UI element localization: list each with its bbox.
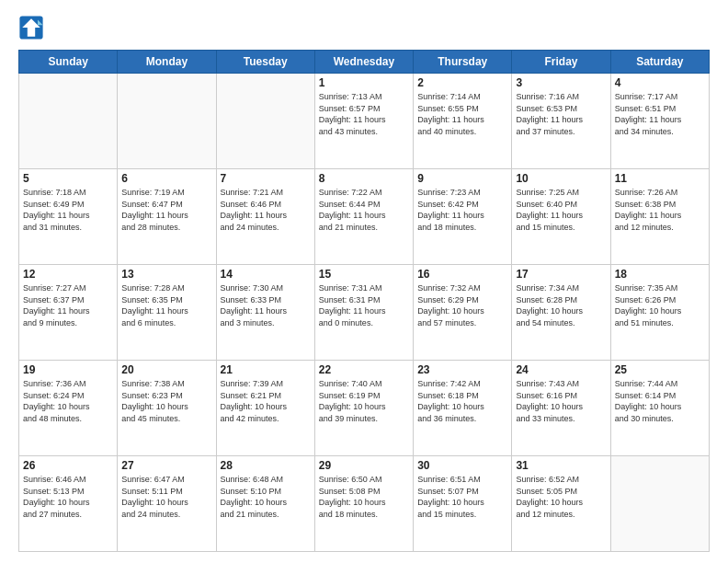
day-number: 30 (417, 459, 507, 472)
day-info: Sunrise: 6:48 AM Sunset: 5:10 PM Dayligh… (221, 474, 311, 520)
day-info: Sunrise: 6:50 AM Sunset: 5:08 PM Dayligh… (319, 474, 409, 520)
empty-cell (610, 456, 709, 552)
day-info: Sunrise: 7:43 AM Sunset: 6:16 PM Dayligh… (516, 378, 606, 424)
day-info: Sunrise: 6:51 AM Sunset: 5:07 PM Dayligh… (417, 474, 507, 520)
weekday-header-row: SundayMondayTuesdayWednesdayThursdayFrid… (19, 51, 710, 74)
day-info: Sunrise: 7:14 AM Sunset: 6:55 PM Dayligh… (417, 91, 507, 137)
day-number: 12 (23, 268, 113, 281)
weekday-header-wednesday: Wednesday (314, 51, 413, 74)
logo-icon (18, 15, 44, 40)
day-number: 11 (615, 172, 705, 185)
day-cell-15: 15Sunrise: 7:31 AM Sunset: 6:31 PM Dayli… (314, 265, 413, 361)
day-number: 1 (319, 76, 409, 89)
day-number: 25 (615, 363, 705, 376)
day-cell-19: 19Sunrise: 7:36 AM Sunset: 6:24 PM Dayli… (19, 361, 118, 456)
day-cell-30: 30Sunrise: 6:51 AM Sunset: 5:07 PM Dayli… (414, 456, 512, 552)
day-number: 20 (121, 363, 211, 376)
empty-cell (118, 74, 216, 169)
day-info: Sunrise: 7:16 AM Sunset: 6:53 PM Dayligh… (516, 91, 606, 137)
day-cell-18: 18Sunrise: 7:35 AM Sunset: 6:26 PM Dayli… (610, 265, 709, 361)
weekday-header-sunday: Sunday (19, 51, 118, 74)
day-cell-27: 27Sunrise: 6:47 AM Sunset: 5:11 PM Dayli… (118, 456, 216, 552)
day-number: 4 (615, 76, 705, 89)
day-number: 19 (23, 363, 113, 376)
day-number: 27 (121, 459, 211, 472)
day-cell-14: 14Sunrise: 7:30 AM Sunset: 6:33 PM Dayli… (216, 265, 314, 361)
day-cell-7: 7Sunrise: 7:21 AM Sunset: 6:46 PM Daylig… (216, 169, 314, 265)
day-cell-24: 24Sunrise: 7:43 AM Sunset: 6:16 PM Dayli… (512, 361, 610, 456)
empty-cell (216, 74, 314, 169)
day-cell-28: 28Sunrise: 6:48 AM Sunset: 5:10 PM Dayli… (216, 456, 314, 552)
day-cell-22: 22Sunrise: 7:40 AM Sunset: 6:19 PM Dayli… (314, 361, 413, 456)
day-number: 23 (417, 363, 507, 376)
day-number: 22 (319, 363, 409, 376)
day-info: Sunrise: 7:28 AM Sunset: 6:35 PM Dayligh… (121, 282, 211, 328)
day-info: Sunrise: 7:44 AM Sunset: 6:14 PM Dayligh… (615, 378, 705, 424)
day-info: Sunrise: 6:46 AM Sunset: 5:13 PM Dayligh… (23, 474, 113, 520)
day-number: 9 (417, 172, 507, 185)
logo (18, 15, 48, 40)
day-cell-21: 21Sunrise: 7:39 AM Sunset: 6:21 PM Dayli… (216, 361, 314, 456)
day-number: 13 (121, 268, 211, 281)
day-cell-8: 8Sunrise: 7:22 AM Sunset: 6:44 PM Daylig… (314, 169, 413, 265)
day-info: Sunrise: 7:32 AM Sunset: 6:29 PM Dayligh… (417, 282, 507, 328)
day-info: Sunrise: 7:38 AM Sunset: 6:23 PM Dayligh… (121, 378, 211, 424)
week-row-5: 26Sunrise: 6:46 AM Sunset: 5:13 PM Dayli… (19, 456, 710, 552)
day-info: Sunrise: 7:23 AM Sunset: 6:42 PM Dayligh… (417, 187, 507, 233)
day-info: Sunrise: 7:42 AM Sunset: 6:18 PM Dayligh… (417, 378, 507, 424)
day-number: 7 (221, 172, 311, 185)
day-info: Sunrise: 7:26 AM Sunset: 6:38 PM Dayligh… (615, 187, 705, 233)
day-cell-20: 20Sunrise: 7:38 AM Sunset: 6:23 PM Dayli… (118, 361, 216, 456)
empty-cell (19, 74, 118, 169)
day-number: 6 (121, 172, 211, 185)
day-cell-29: 29Sunrise: 6:50 AM Sunset: 5:08 PM Dayli… (314, 456, 413, 552)
week-row-4: 19Sunrise: 7:36 AM Sunset: 6:24 PM Dayli… (19, 361, 710, 456)
day-info: Sunrise: 7:30 AM Sunset: 6:33 PM Dayligh… (221, 282, 311, 328)
day-cell-12: 12Sunrise: 7:27 AM Sunset: 6:37 PM Dayli… (19, 265, 118, 361)
day-number: 26 (23, 459, 113, 472)
day-cell-6: 6Sunrise: 7:19 AM Sunset: 6:47 PM Daylig… (118, 169, 216, 265)
day-cell-26: 26Sunrise: 6:46 AM Sunset: 5:13 PM Dayli… (19, 456, 118, 552)
day-cell-23: 23Sunrise: 7:42 AM Sunset: 6:18 PM Dayli… (414, 361, 512, 456)
day-info: Sunrise: 7:31 AM Sunset: 6:31 PM Dayligh… (319, 282, 409, 328)
weekday-header-tuesday: Tuesday (216, 51, 314, 74)
day-number: 16 (417, 268, 507, 281)
day-info: Sunrise: 6:52 AM Sunset: 5:05 PM Dayligh… (516, 474, 606, 520)
day-cell-10: 10Sunrise: 7:25 AM Sunset: 6:40 PM Dayli… (512, 169, 610, 265)
day-info: Sunrise: 7:27 AM Sunset: 6:37 PM Dayligh… (23, 282, 113, 328)
weekday-header-monday: Monday (118, 51, 216, 74)
day-info: Sunrise: 7:18 AM Sunset: 6:49 PM Dayligh… (23, 187, 113, 233)
week-row-3: 12Sunrise: 7:27 AM Sunset: 6:37 PM Dayli… (19, 265, 710, 361)
day-number: 14 (221, 268, 311, 281)
day-info: Sunrise: 7:22 AM Sunset: 6:44 PM Dayligh… (319, 187, 409, 233)
weekday-header-friday: Friday (512, 51, 610, 74)
week-row-2: 5Sunrise: 7:18 AM Sunset: 6:49 PM Daylig… (19, 169, 710, 265)
day-number: 5 (23, 172, 113, 185)
day-cell-31: 31Sunrise: 6:52 AM Sunset: 5:05 PM Dayli… (512, 456, 610, 552)
day-info: Sunrise: 6:47 AM Sunset: 5:11 PM Dayligh… (121, 474, 211, 520)
day-info: Sunrise: 7:36 AM Sunset: 6:24 PM Dayligh… (23, 378, 113, 424)
day-cell-9: 9Sunrise: 7:23 AM Sunset: 6:42 PM Daylig… (414, 169, 512, 265)
day-number: 21 (221, 363, 311, 376)
day-cell-17: 17Sunrise: 7:34 AM Sunset: 6:28 PM Dayli… (512, 265, 610, 361)
weekday-header-thursday: Thursday (414, 51, 512, 74)
day-number: 8 (319, 172, 409, 185)
day-cell-5: 5Sunrise: 7:18 AM Sunset: 6:49 PM Daylig… (19, 169, 118, 265)
day-info: Sunrise: 7:13 AM Sunset: 6:57 PM Dayligh… (319, 91, 409, 137)
day-cell-13: 13Sunrise: 7:28 AM Sunset: 6:35 PM Dayli… (118, 265, 216, 361)
day-info: Sunrise: 7:39 AM Sunset: 6:21 PM Dayligh… (221, 378, 311, 424)
weekday-header-saturday: Saturday (610, 51, 709, 74)
day-number: 15 (319, 268, 409, 281)
day-cell-4: 4Sunrise: 7:17 AM Sunset: 6:51 PM Daylig… (610, 74, 709, 169)
day-number: 3 (516, 76, 606, 89)
day-info: Sunrise: 7:21 AM Sunset: 6:46 PM Dayligh… (221, 187, 311, 233)
day-number: 24 (516, 363, 606, 376)
week-row-1: 1Sunrise: 7:13 AM Sunset: 6:57 PM Daylig… (19, 74, 710, 169)
day-number: 17 (516, 268, 606, 281)
day-info: Sunrise: 7:17 AM Sunset: 6:51 PM Dayligh… (615, 91, 705, 137)
day-number: 2 (417, 76, 507, 89)
page: SundayMondayTuesdayWednesdayThursdayFrid… (0, 0, 728, 563)
day-info: Sunrise: 7:35 AM Sunset: 6:26 PM Dayligh… (615, 282, 705, 328)
day-cell-1: 1Sunrise: 7:13 AM Sunset: 6:57 PM Daylig… (314, 74, 413, 169)
day-number: 18 (615, 268, 705, 281)
